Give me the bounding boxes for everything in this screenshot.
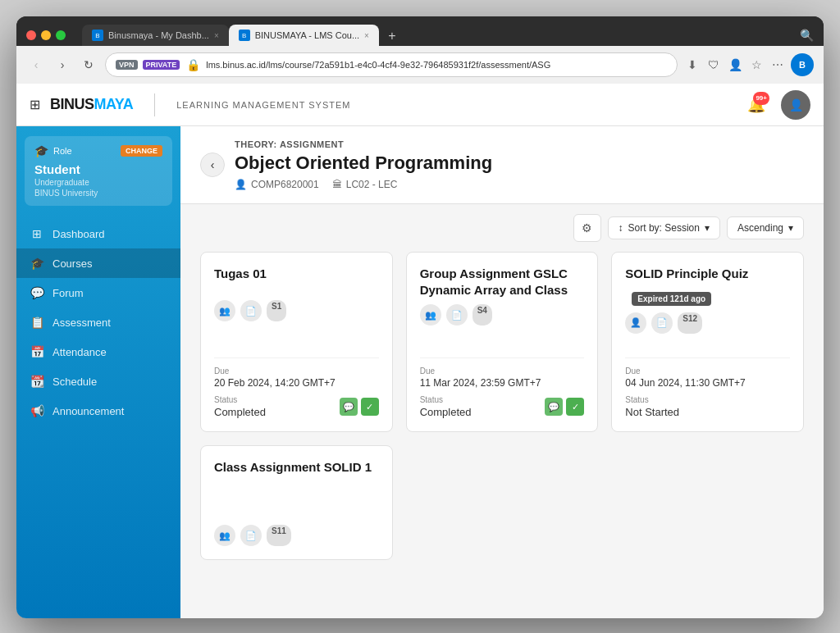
grid-menu-icon[interactable]: ⊞ [30,97,40,112]
assignment-card-solid-quiz[interactable]: SOLID Principle Quiz Expired 121d ago 👤 … [611,252,804,432]
content-header: ‹ THEORY: ASSIGNMENT Object Oriented Pro… [180,126,824,204]
student-name: Student [34,162,162,176]
status-section-gslc: Status Completed [420,395,472,418]
doc-icon-tugas01: 📄 [240,300,262,321]
tab1-close[interactable]: × [214,31,219,40]
course-title: Object Oriented Programming [235,153,804,174]
course-section: LC02 - LEC [346,179,398,190]
url-text: lms.binus.ac.id/lms/course/72a591b1-e4c0… [206,60,667,70]
new-tab-button[interactable]: + [382,26,402,46]
shield-icon[interactable]: 🛡 [705,57,722,73]
assignment-card-gslc[interactable]: Group Assignment GSLC Dynamic Array and … [406,252,599,432]
filter-button[interactable]: ⚙ [573,214,601,242]
back-button[interactable]: ‹ [200,153,225,177]
extensions-icon[interactable]: B [791,53,814,76]
back-button[interactable]: ‹ [26,55,46,75]
sort-icon: ↕ [619,222,623,234]
card-icons-gslc: 👥 📄 S4 [420,304,585,326]
user-avatar[interactable]: 👤 [781,90,810,120]
check-status-icon: ✓ [361,398,379,416]
tab2-label: BINUSMAYA - LMS Cou... [255,30,359,40]
app-content: ⊞ BINUS MAYA LEARNING MANAGEMENT SYSTEM … [16,84,824,618]
course-code: COMP6820001 [251,179,319,190]
sidebar-nav: ⊞ Dashboard 🎓 Courses 💬 Forum 📋 Assessme… [16,219,180,426]
chat-status-icon: 💬 [340,398,358,416]
group-icon-gslc: 👥 [420,304,441,326]
notification-button[interactable]: 🔔 99+ [742,90,771,120]
card-title-solid-quiz: SOLID Principle Quiz [625,266,748,282]
sidebar-item-assessment[interactable]: 📋 Assessment [16,307,180,337]
status-row-tugas01: Status Completed 💬 ✓ [214,395,379,418]
doc-icon-class-solid1: 📄 [240,525,262,546]
courses-icon: 🎓 [30,257,44,270]
logo-maya: MAYA [94,96,134,113]
status-icons-tugas01: 💬 ✓ [340,398,379,416]
sidebar-item-announcement[interactable]: 📢 Announcement [16,396,180,426]
sidebar-item-attendance[interactable]: 📅 Attendance [16,337,180,367]
browser-tabs: B Binusmaya - My Dashb... × B BINUSMAYA … [82,25,793,46]
url-bar[interactable]: VPN PRIVATE 🔒 lms.binus.ac.id/lms/course… [105,52,678,77]
status-label-tugas01: Status [214,395,266,404]
card-divider-gslc [420,357,585,358]
tab1-favicon: B [92,30,103,41]
notification-badge: 99+ [753,92,769,105]
card-title-row-solid-quiz: SOLID Principle Quiz Expired 121d ago [625,266,790,306]
due-date-gslc: 11 Mar 2024, 23:59 GMT+7 [420,377,585,389]
sort-button[interactable]: ↕ Sort by: Session ▾ [608,216,720,239]
card-title-tugas01: Tugas 01 [214,266,379,294]
sort-chevron: ▾ [705,222,710,234]
card-divider-solid-quiz [625,357,790,358]
download-icon[interactable]: ⬇ [684,57,701,73]
order-dropdown[interactable]: Ascending ▾ [727,216,804,239]
person-icon-solid-quiz: 👤 [625,312,646,334]
settings-icon[interactable]: ⋯ [769,57,786,73]
doc-icon-solid-quiz: 📄 [651,312,673,334]
forward-button[interactable]: › [52,55,72,75]
sidebar-item-schedule[interactable]: 📆 Schedule [16,367,180,396]
sidebar-item-dashboard[interactable]: ⊞ Dashboard [16,219,180,248]
reload-button[interactable]: ↻ [79,55,98,75]
app-header: ⊞ BINUS MAYA LEARNING MANAGEMENT SYSTEM … [16,84,824,126]
change-role-button[interactable]: CHANGE [121,145,162,157]
assignment-card-tugas01[interactable]: Tugas 01 👥 📄 S1 Due 20 Feb 2024, 14:20 G… [200,252,393,432]
due-label-tugas01: Due [214,367,379,376]
lock-icon: 🔒 [185,57,201,73]
browser-tab-1[interactable]: B Binusmaya - My Dashb... × [82,25,229,46]
tab2-favicon: B [239,30,250,41]
sidebar-item-courses[interactable]: 🎓 Courses [16,248,180,278]
star-icon[interactable]: ☆ [748,57,765,73]
main-content: ‹ THEORY: ASSIGNMENT Object Oriented Pro… [180,126,824,618]
schedule-icon: 📆 [30,375,44,388]
assignment-card-class-solid1[interactable]: Class Assignment SOLID 1 👥 📄 S11 [200,445,393,560]
card-title-class-solid1: Class Assignment SOLID 1 [214,459,379,518]
doc-icon-gslc: 📄 [446,304,468,326]
sidebar-label-dashboard: Dashboard [52,228,105,240]
browser-titlebar: B Binusmaya - My Dashb... × B BINUSMAYA … [16,16,824,46]
browser-search-icon[interactable]: 🔍 [800,29,814,42]
minimize-traffic-light[interactable] [41,30,51,40]
section-label: THEORY: ASSIGNMENT [235,139,804,149]
status-value-gslc: Completed [420,406,472,418]
profile-icon[interactable]: 👤 [727,57,743,73]
role-card: 🎓 Role CHANGE Student Undergraduate BINU… [25,136,172,206]
forum-icon: 💬 [30,286,44,299]
traffic-lights [26,30,66,40]
cards-grid: Tugas 01 👥 📄 S1 Due 20 Feb 2024, 14:20 G… [180,252,824,580]
sidebar-item-forum[interactable]: 💬 Forum [16,278,180,307]
role-label: Role [53,146,116,156]
tab2-close[interactable]: × [364,31,369,40]
group-icon-class-solid1: 👥 [214,525,235,546]
logo-divider [154,93,155,116]
course-code-item: 👤 COMP6820001 [235,179,319,190]
maximize-traffic-light[interactable] [56,30,66,40]
avatar-placeholder: 👤 [789,98,803,112]
close-traffic-light[interactable] [26,30,36,40]
order-label: Ascending [737,222,783,234]
announcement-icon: 📢 [30,404,44,417]
browser-toolbar: ‹ › ↻ VPN PRIVATE 🔒 lms.binus.ac.id/lms/… [16,46,824,84]
status-label-solid-quiz: Status [625,395,679,404]
sidebar-label-schedule: Schedule [52,376,97,388]
due-label-gslc: Due [420,367,585,376]
sidebar: 🎓 Role CHANGE Student Undergraduate BINU… [16,126,180,618]
browser-tab-2[interactable]: B BINUSMAYA - LMS Cou... × [229,25,379,46]
